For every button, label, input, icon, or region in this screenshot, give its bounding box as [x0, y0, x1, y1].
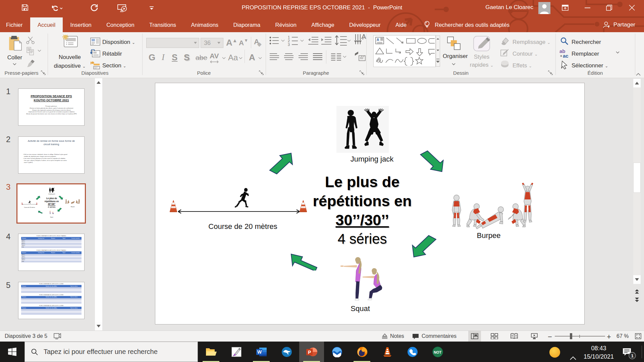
svg-text:P: P [308, 350, 311, 355]
svg-text:ac: ac [563, 53, 569, 58]
svg-text:A: A [377, 38, 379, 42]
svg-text:NOT: NOT [434, 350, 442, 354]
svg-text:1: 1 [631, 353, 634, 358]
svg-text:3: 3 [288, 43, 290, 46]
svg-text:W: W [257, 349, 262, 355]
